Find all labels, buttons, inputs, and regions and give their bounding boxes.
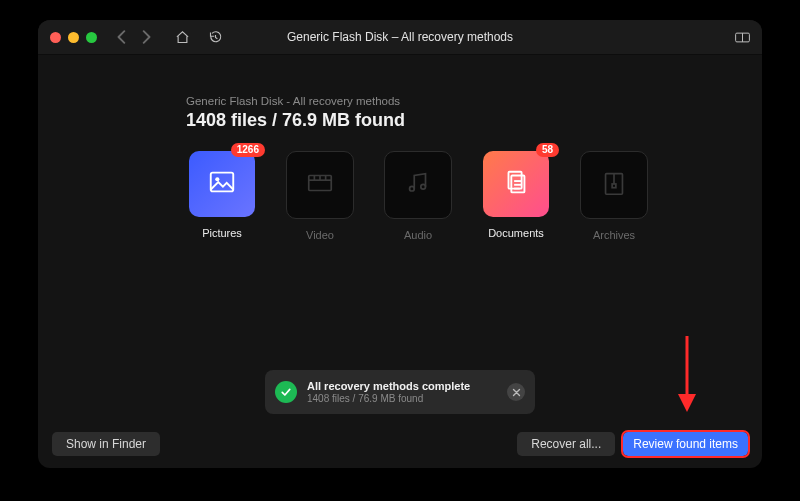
svg-point-3 bbox=[215, 177, 219, 181]
tile-pictures[interactable]: 1266 Pictures bbox=[186, 151, 258, 241]
close-window-button[interactable] bbox=[50, 32, 61, 43]
svg-rect-2 bbox=[211, 173, 234, 192]
tile-video-label: Video bbox=[306, 229, 334, 241]
document-icon bbox=[501, 167, 531, 201]
svg-point-10 bbox=[421, 184, 426, 189]
footer-bar: Show in Finder Recover all... Review fou… bbox=[38, 432, 762, 456]
back-button[interactable] bbox=[115, 30, 129, 44]
tile-documents-badge: 58 bbox=[536, 143, 559, 157]
svg-marker-20 bbox=[678, 394, 696, 412]
history-icon[interactable] bbox=[208, 30, 223, 45]
maximize-window-button[interactable] bbox=[86, 32, 97, 43]
view-mode-icon[interactable] bbox=[735, 30, 750, 45]
svg-point-9 bbox=[410, 186, 415, 191]
tile-pictures-label: Pictures bbox=[202, 227, 242, 239]
review-found-items-button[interactable]: Review found items bbox=[623, 432, 748, 456]
recover-all-button[interactable]: Recover all... bbox=[517, 432, 615, 456]
content-area: Generic Flash Disk - All recovery method… bbox=[38, 55, 762, 468]
titlebar: Generic Flash Disk – All recovery method… bbox=[38, 20, 762, 55]
video-icon bbox=[305, 168, 335, 202]
checkmark-icon bbox=[275, 381, 297, 403]
status-text: All recovery methods complete 1408 files… bbox=[307, 380, 507, 404]
minimize-window-button[interactable] bbox=[68, 32, 79, 43]
window-controls bbox=[50, 32, 97, 43]
tile-audio-box[interactable] bbox=[384, 151, 452, 219]
tile-archives-box[interactable] bbox=[580, 151, 648, 219]
dismiss-status-button[interactable] bbox=[507, 383, 525, 401]
tile-documents-box[interactable]: 58 bbox=[483, 151, 549, 217]
forward-button[interactable] bbox=[139, 30, 153, 44]
audio-icon bbox=[403, 168, 433, 202]
nav-back-forward bbox=[115, 30, 153, 44]
tile-video-box[interactable] bbox=[286, 151, 354, 219]
heading-subtitle: Generic Flash Disk - All recovery method… bbox=[186, 95, 405, 107]
tile-video[interactable]: Video bbox=[284, 151, 356, 241]
svg-rect-18 bbox=[612, 184, 616, 188]
show-in-finder-button[interactable]: Show in Finder bbox=[52, 432, 160, 456]
status-toast: All recovery methods complete 1408 files… bbox=[265, 370, 535, 414]
tile-documents-label: Documents bbox=[488, 227, 544, 239]
archive-icon bbox=[599, 168, 629, 202]
heading-title: 1408 files / 76.9 MB found bbox=[186, 110, 405, 131]
tile-audio[interactable]: Audio bbox=[382, 151, 454, 241]
category-tiles: 1266 Pictures bbox=[186, 151, 650, 241]
app-window: Generic Flash Disk – All recovery method… bbox=[38, 20, 762, 468]
tile-pictures-box[interactable]: 1266 bbox=[189, 151, 255, 217]
image-icon bbox=[207, 167, 237, 201]
tile-documents[interactable]: 58 Documents bbox=[480, 151, 552, 241]
home-icon[interactable] bbox=[175, 30, 190, 45]
status-subtitle: 1408 files / 76.9 MB found bbox=[307, 393, 507, 404]
annotation-arrow bbox=[674, 334, 700, 414]
tile-archives-label: Archives bbox=[593, 229, 635, 241]
heading-block: Generic Flash Disk - All recovery method… bbox=[186, 95, 405, 131]
toolbar-icons bbox=[175, 30, 223, 45]
status-title: All recovery methods complete bbox=[307, 380, 507, 392]
tile-archives[interactable]: Archives bbox=[578, 151, 650, 241]
tile-audio-label: Audio bbox=[404, 229, 432, 241]
tile-pictures-badge: 1266 bbox=[231, 143, 265, 157]
